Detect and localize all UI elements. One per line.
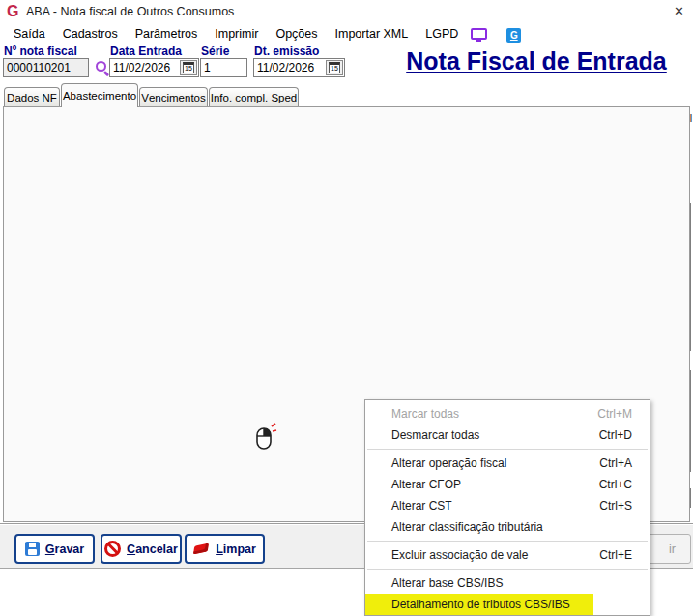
context-menu: Marcar todasCtrl+M Desmarcar todasCtrl+D…	[364, 399, 650, 616]
menu-item-alterar-base-cbs-ibs[interactable]: Alterar base CBS/IBS	[365, 572, 650, 594]
data-entrada-value: 11/02/2026	[113, 61, 170, 74]
shortcut: Ctrl+S	[599, 499, 632, 513]
g-app-icon[interactable]: G	[506, 28, 521, 43]
menu-separator	[367, 541, 648, 542]
menu-cadastros[interactable]: Cadastros	[54, 26, 127, 44]
title-bar: G ABA - Nota fiscal de Outros Consumos ✕	[0, 0, 693, 23]
tab-vencimentos[interactable]: Vencimentos	[139, 87, 208, 106]
menu-parametros[interactable]: Parâmetros	[127, 26, 207, 44]
floppy-disk-icon	[25, 542, 40, 556]
shortcut: Ctrl+E	[599, 548, 632, 562]
disabled-button-label-fragment: ir	[669, 543, 676, 556]
menu-item-alterar-classificacao-tributaria[interactable]: Alterar classificação tributária	[365, 516, 650, 538]
page-title: Nota Fiscal de Entrada	[383, 47, 690, 75]
menu-imprimir[interactable]: Imprimir	[206, 26, 267, 44]
dt-emissao-value: 11/02/2026	[257, 61, 314, 74]
menu-opcoes[interactable]: Opções	[267, 26, 326, 44]
menu-item-alterar-cfop[interactable]: Alterar CFOPCtrl+C	[365, 474, 650, 495]
menu-item-detalhamento-de-tributos-cbs-ibs[interactable]: Detalhamento de tributos CBS/IBS	[365, 594, 650, 615]
calendar-icon[interactable]: 15	[326, 60, 343, 75]
serie-input[interactable]: 1	[200, 58, 247, 77]
close-icon[interactable]: ✕	[674, 4, 684, 18]
data-entrada-input[interactable]: 11/02/2026 15	[109, 58, 199, 77]
monitor-icon[interactable]	[471, 28, 487, 40]
menu-bar: Saída Cadastros Parâmetros Imprimir Opçõ…	[5, 26, 521, 44]
eraser-icon	[193, 542, 210, 556]
limpar-button[interactable]: Limpar	[185, 534, 265, 564]
tab-abastecimento[interactable]: Abastecimento	[61, 83, 138, 107]
menu-item-alterar-operacao-fiscal[interactable]: Alterar operação fiscalCtrl+A	[365, 453, 650, 474]
window-title: ABA - Nota fiscal de Outros Consumos	[26, 5, 234, 18]
shortcut: Ctrl+M	[597, 407, 632, 421]
menu-separator	[367, 449, 648, 450]
calendar-icon[interactable]: 15	[180, 60, 197, 75]
dt-emissao-input[interactable]: 11/02/2026 15	[253, 58, 345, 77]
gravar-button[interactable]: Gravar	[14, 534, 95, 564]
app-window: { "window": {"title": "ABA - Nota fiscal…	[0, 0, 693, 616]
tab-info-compl-sped[interactable]: Info. compl. Sped	[209, 87, 299, 106]
shortcut: Ctrl+A	[599, 456, 632, 470]
cancelar-button[interactable]: Cancelar	[101, 534, 182, 564]
limpar-label: Limpar	[216, 543, 256, 556]
calendar-day: 15	[183, 62, 194, 73]
nota-fiscal-label: Nº nota fiscal	[4, 44, 77, 58]
dt-emissao-label: Dt. emissão	[254, 44, 319, 58]
tab-dados-nf[interactable]: Dados NF	[4, 87, 60, 106]
menu-separator	[367, 569, 648, 570]
menu-item-alterar-cst[interactable]: Alterar CSTCtrl+S	[365, 495, 650, 516]
shortcut: Ctrl+D	[599, 428, 632, 442]
gravar-label: Gravar	[45, 543, 84, 556]
data-entrada-label: Data Entrada	[110, 44, 182, 58]
shortcut: Ctrl+C	[599, 478, 632, 491]
menu-item-marcar-todas[interactable]: Marcar todasCtrl+M	[365, 403, 650, 425]
search-nota-icon[interactable]	[96, 61, 109, 74]
serie-label: Série	[201, 44, 229, 58]
mouse-cursor-icon	[254, 423, 277, 452]
menu-saida[interactable]: Saída	[5, 26, 54, 44]
menu-importar-xml[interactable]: Importar XML	[327, 26, 418, 44]
menu-item-excluir-associacao-de-vale[interactable]: Excluir associação de valeCtrl+E	[365, 544, 650, 566]
menu-lgpd[interactable]: LGPD	[417, 26, 467, 44]
calendar-day: 15	[329, 62, 340, 73]
menu-item-desmarcar-todas[interactable]: Desmarcar todasCtrl+D	[365, 425, 650, 446]
no-entry-icon	[104, 541, 121, 557]
app-logo-icon: G	[7, 3, 18, 20]
cancelar-label: Cancelar	[127, 543, 178, 556]
nota-fiscal-input[interactable]: 0000110201	[3, 58, 89, 77]
